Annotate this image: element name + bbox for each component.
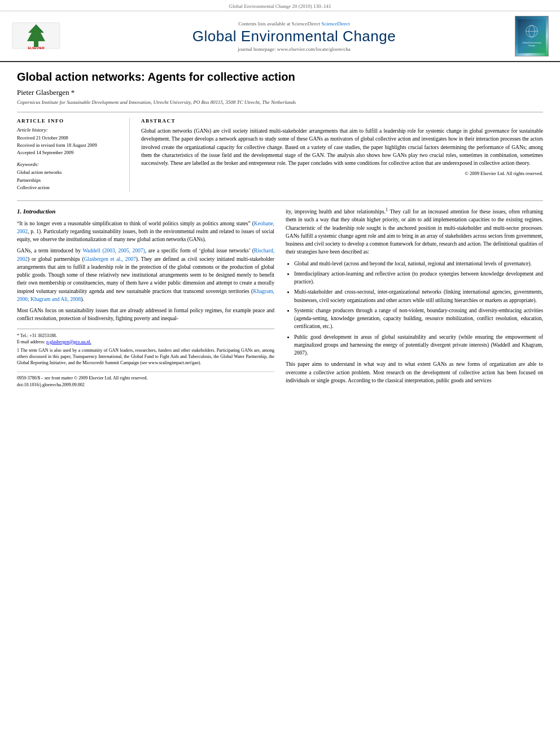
article-affiliation: Copernicus Institute for Sustainable Dev… [17, 99, 543, 105]
article-author: Pieter Glasbergen * [17, 88, 543, 97]
svg-rect-3 [518, 19, 546, 53]
keywords-list: Global action networks Partnerships Coll… [17, 169, 121, 192]
abstract-title: ABSTRACT [141, 118, 543, 124]
journal-citation: Global Environmental Change 20 (2010) 13… [0, 0, 560, 11]
col-right-text: ity, improving health and labor relation… [286, 207, 543, 385]
col-right: ity, improving health and labor relation… [286, 207, 543, 388]
journal-cover-image: Global Environmental Change [515, 16, 549, 56]
glasbergen-link[interactable]: Glasbergen et al., 2007 [84, 256, 136, 262]
col-left: 1. Introduction “It is no longer even a … [17, 207, 274, 388]
sciencedirect-link[interactable]: ScienceDirect [321, 21, 349, 27]
footnote-1: 1 The term GAN is also used by a communi… [17, 347, 274, 366]
divider-2 [17, 200, 543, 201]
keyword-1: Global action networks [17, 169, 121, 177]
para-right-1: ity, improving health and labor relation… [286, 207, 543, 256]
both-word: both [138, 229, 148, 234]
khagram-link[interactable]: Khagram, 2006; Khagram and Ali, 2008 [17, 289, 274, 302]
svg-text:Change: Change [528, 45, 535, 47]
article-history-label: Article history: [17, 127, 121, 133]
keyword-2: Partnerships [17, 177, 121, 185]
article-info-column: ARTICLE INFO Article history: Received 2… [17, 118, 130, 192]
abstract-section: ABSTRACT Global action networks (GANs) a… [141, 118, 543, 192]
journal-title: Global Environmental Change [73, 28, 515, 45]
para-right-2: This paper aims to understand in what wa… [286, 360, 543, 385]
bullet-3: Multi-stakeholder and cross-sectoral, in… [294, 288, 543, 304]
article-content: Global action networks: Agents for colle… [0, 62, 560, 400]
bottom-footer: 0959-3780/$ – see front matter © 2009 El… [17, 372, 274, 388]
article-title: Global action networks: Agents for colle… [17, 71, 543, 84]
body-columns: 1. Introduction “It is no longer even a … [17, 207, 543, 388]
sciencedirect-line: Contents lists available at ScienceDirec… [73, 21, 515, 27]
divider-1 [17, 112, 543, 112]
rischard-link[interactable]: Rischard, 2002 [17, 248, 274, 261]
para-2: GANs, a term introduced by Waddell (2003… [17, 247, 274, 303]
col-left-text: “It is no longer even a reasonable simpl… [17, 220, 274, 323]
footnote-email-link[interactable]: p.glasbergen@geo.uu.nl. [46, 339, 91, 344]
info-abstract-section: ARTICLE INFO Article history: Received 2… [17, 118, 543, 192]
keywords-label: Keywords: [17, 161, 121, 167]
bullet-5: Public good development in areas of glob… [294, 333, 543, 357]
keyword-3: Collective action [17, 184, 121, 192]
para-1: “It is no longer even a reasonable simpl… [17, 220, 274, 244]
footnote-area: * Tel.: +31 30253188. E-mail address: p.… [17, 329, 274, 366]
article-dates: Received 21 October 2008 Received in rev… [17, 134, 121, 156]
abstract-copyright: © 2009 Elsevier Ltd. All rights reserved… [141, 171, 543, 176]
para-3: Most GANs focus on sustainability issues… [17, 307, 274, 323]
intro-heading: 1. Introduction [17, 207, 274, 216]
journal-center-section: Contents lists available at ScienceDirec… [73, 21, 515, 52]
svg-text:Global Environmental: Global Environmental [523, 42, 541, 44]
bullet-2: Interdisciplinary action-learning and re… [294, 270, 543, 286]
elsevier-logo: ELSEVIER [11, 21, 62, 51]
footnote-star: * Tel.: +31 30253188. E-mail address: p.… [17, 333, 274, 345]
svg-text:ELSEVIER: ELSEVIER [28, 46, 45, 50]
homepage-line: journal homepage: www.elsevier.com/locat… [73, 46, 515, 52]
bullet-1: Global and multi-level (across and beyon… [294, 260, 543, 268]
bullet-4: Systemic change producers through a rang… [294, 307, 543, 331]
journal-banner: ELSEVIER Contents lists available at Sci… [0, 11, 560, 62]
abstract-text: Global action networks (GANs) are civil … [141, 127, 543, 167]
qualities-list: Global and multi-level (across and beyon… [294, 260, 543, 357]
article-info-title: ARTICLE INFO [17, 118, 121, 124]
waddell-link[interactable]: Waddell (2003, 2005, 2007) [82, 248, 145, 254]
footnote-email-label: E-mail address: [17, 339, 45, 344]
